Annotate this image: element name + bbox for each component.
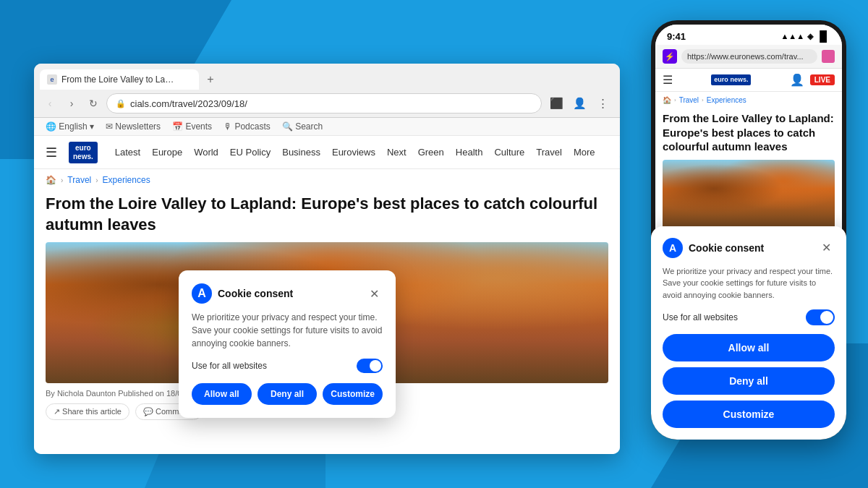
desktop-cookie-dialog: A Cookie consent ✕ We prioritize your pr…: [179, 270, 396, 418]
phone-site-nav: ☰ euro news. 👤 LIVE: [655, 69, 842, 92]
mobile-customize-button[interactable]: Customize: [663, 401, 835, 428]
phone-hamburger-button[interactable]: ☰: [663, 73, 673, 87]
phone-site-right: 👤 LIVE: [790, 73, 835, 87]
nav-link-euroviews[interactable]: Euroviews: [332, 147, 375, 158]
mobile-cookie-title: Cookie consent: [689, 242, 764, 254]
site-logo[interactable]: euro news.: [69, 142, 98, 163]
browser-address-bar: ‹ › ↻ 🔒 cials.com/travel/2023/09/18/ ⬛ 👤…: [34, 90, 620, 117]
cast-button[interactable]: ⬛: [546, 93, 566, 114]
mobile-cookie-toggle-row: Use for all websites: [663, 309, 835, 325]
phone-tab-indicator[interactable]: [822, 50, 835, 63]
more-button[interactable]: ⋮: [592, 93, 613, 114]
lock-icon: 🔒: [116, 99, 126, 108]
breadcrumb-travel[interactable]: Travel: [67, 175, 91, 185]
phone-live-badge[interactable]: LIVE: [810, 74, 835, 85]
cookie-logo-title: A Cookie consent: [192, 283, 293, 304]
browser-actions: ⬛ 👤 ⋮: [546, 93, 613, 114]
phone-status-bar: 9:41 ▲▲▲ ◈ ▐▌: [655, 25, 842, 45]
nav-link-next[interactable]: Next: [387, 147, 407, 158]
nav-link-latest[interactable]: Latest: [115, 147, 140, 158]
mobile-deny-all-button[interactable]: Deny all: [663, 367, 835, 395]
nav-link-green[interactable]: Green: [418, 147, 444, 158]
nav-link-culture[interactable]: Culture: [494, 147, 524, 158]
deny-all-button[interactable]: Deny all: [258, 383, 318, 405]
mobile-phone-device: 9:41 ▲▲▲ ◈ ▐▌ ⚡ https://www.euronews.com…: [651, 20, 846, 440]
cookie-dialog-title: Cookie consent: [218, 288, 293, 299]
nav-link-travel[interactable]: Travel: [536, 147, 562, 158]
phone-autumn-scene: [663, 160, 835, 232]
mobile-cookie-close-button[interactable]: ✕: [817, 239, 835, 257]
nav-link-world[interactable]: World: [194, 147, 218, 158]
battery-icon: ▐▌: [816, 30, 830, 42]
phone-euronews-logo[interactable]: euro news.: [711, 74, 751, 86]
address-text: cials.com/travel/2023/09/18/: [130, 98, 247, 109]
browser-chrome: e From the Loire Valley to Lapla... + ‹ …: [34, 64, 620, 118]
tab-close-button[interactable]: [180, 74, 192, 85]
refresh-button[interactable]: ↻: [85, 95, 102, 112]
mobile-toggle-label: Use for all websites: [663, 312, 738, 322]
mobile-cookie-text: We prioritize your privacy and respect y…: [663, 265, 835, 301]
phone-article-title: From the Loire Valley to Lapland: Europe…: [655, 108, 842, 160]
tab-favicon: e: [47, 74, 57, 85]
profile-button[interactable]: 👤: [569, 93, 590, 114]
wifi-icon: ◈: [807, 32, 813, 41]
cookie-logo-icon: A: [192, 283, 212, 304]
new-tab-button[interactable]: +: [202, 71, 219, 88]
phone-shield-icon: ⚡: [663, 49, 677, 64]
address-bar-input[interactable]: 🔒 cials.com/travel/2023/09/18/: [106, 93, 542, 114]
mobile-cookie-header: A Cookie consent ✕: [663, 238, 835, 258]
browser-tab-active[interactable]: e From the Loire Valley to Lapla...: [40, 69, 199, 90]
customize-button[interactable]: Customize: [323, 383, 383, 405]
article-title: From the Loire Valley to Lapland: Europe…: [34, 191, 620, 242]
phone-screen: 9:41 ▲▲▲ ◈ ▐▌ ⚡ https://www.euronews.com…: [655, 25, 842, 435]
phone-time: 9:41: [667, 31, 686, 42]
site-top-bar: 🌐 English ▾ ✉ Newsletters 📅 Events 🎙 Pod…: [34, 118, 620, 136]
search-link[interactable]: 🔍 Search: [282, 121, 323, 132]
phone-address-bar[interactable]: https://www.euronews.com/trav...: [681, 49, 817, 64]
phone-breadcrumb-experiences[interactable]: Experiences: [707, 96, 746, 104]
login-icon: 👤: [618, 147, 620, 158]
mobile-cookie-logo-icon: A: [663, 238, 683, 258]
nav-link-more[interactable]: More: [574, 147, 595, 158]
podcasts-link[interactable]: 🎙 Podcasts: [224, 121, 271, 132]
nav-link-europe[interactable]: Europe: [152, 147, 182, 158]
cookie-toggle-row: Use for all websites: [192, 359, 383, 373]
signal-icon: ▲▲▲: [780, 32, 804, 40]
nav-link-business[interactable]: Business: [282, 147, 320, 158]
nav-link-health[interactable]: Health: [456, 147, 483, 158]
hamburger-button[interactable]: ☰: [46, 145, 57, 160]
breadcrumb-home[interactable]: 🏠: [46, 175, 56, 185]
cookie-dialog-header: A Cookie consent ✕: [192, 283, 383, 304]
mobile-toggle-switch[interactable]: [806, 309, 835, 325]
allow-all-button[interactable]: Allow all: [192, 383, 252, 405]
cookie-dialog-close-button[interactable]: ✕: [365, 285, 383, 302]
cookie-dialog-buttons: Allow all Deny all Customize: [192, 383, 383, 405]
phone-user-icon[interactable]: 👤: [790, 73, 804, 87]
phone-browser-bar: ⚡ https://www.euronews.com/trav...: [655, 45, 842, 69]
nav-link-eu-policy[interactable]: EU Policy: [230, 147, 271, 158]
breadcrumb-experiences[interactable]: Experiences: [103, 175, 150, 185]
browser-tab-bar: e From the Loire Valley to Lapla... +: [34, 64, 620, 90]
share-button[interactable]: ↗ Share this article: [46, 403, 129, 420]
phone-breadcrumb: 🏠 › Travel › Experiences: [655, 92, 842, 108]
events-link[interactable]: 📅 Events: [172, 121, 212, 132]
newsletters-link[interactable]: ✉ Newsletters: [106, 121, 161, 132]
cookie-dialog-text: We prioritize your privacy and respect y…: [192, 311, 383, 350]
mobile-cookie-logo-title: A Cookie consent: [663, 238, 764, 258]
mobile-cookie-dialog: A Cookie consent ✕ We prioritize your pr…: [655, 226, 842, 436]
site-main-nav: ☰ euro news. Latest Europe World EU Poli…: [34, 136, 620, 169]
euronews-logo: euro news.: [69, 142, 98, 163]
mobile-allow-all-button[interactable]: Allow all: [663, 334, 835, 361]
phone-article-image: [663, 160, 835, 232]
forward-button[interactable]: ›: [63, 95, 80, 112]
phone-breadcrumb-travel[interactable]: Travel: [679, 96, 699, 104]
breadcrumb: 🏠 › Travel › Experiences: [34, 169, 620, 191]
tab-title: From the Loire Valley to Lapla...: [61, 74, 176, 85]
phone-status-icons: ▲▲▲ ◈ ▐▌: [780, 30, 830, 42]
language-selector[interactable]: 🌐 English ▾: [46, 121, 94, 132]
cookie-toggle-label: Use for all websites: [192, 361, 267, 371]
login-button[interactable]: 👤 Log In: [618, 142, 620, 163]
cookie-toggle-switch[interactable]: [357, 359, 383, 373]
phone-breadcrumb-home[interactable]: 🏠: [663, 96, 671, 104]
back-button[interactable]: ‹: [41, 95, 59, 112]
